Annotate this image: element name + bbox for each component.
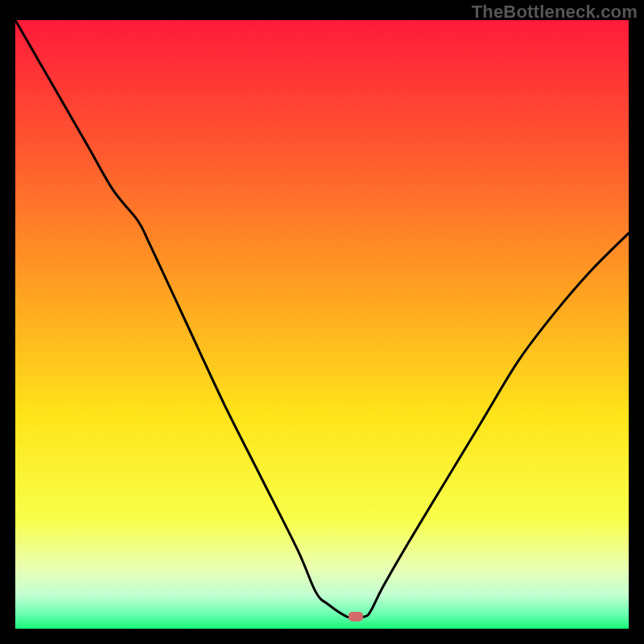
watermark-text: TheBottleneck.com <box>472 2 638 23</box>
min-marker <box>349 612 363 621</box>
plot-background <box>15 20 629 629</box>
bottleneck-chart: TheBottleneck.com <box>0 0 644 644</box>
chart-svg <box>0 0 644 644</box>
